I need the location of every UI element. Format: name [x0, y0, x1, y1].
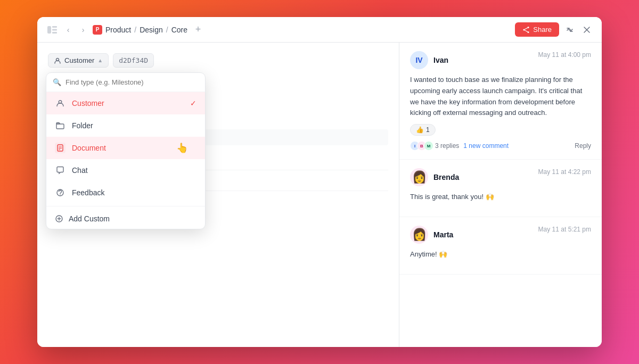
reply-button-ivan[interactable]: Reply — [575, 142, 591, 150]
check-icon: ✓ — [190, 99, 196, 107]
svg-point-4 — [528, 27, 529, 28]
type-chevron-icon: ▲ — [97, 57, 103, 63]
sidebar-toggle-button[interactable] — [46, 23, 59, 36]
comment-ivan: IV Ivan May 11 at 4:00 pm I wanted to to… — [399, 43, 602, 160]
reaction-count: 1 — [426, 126, 430, 134]
reaction-emoji: 👍 — [416, 126, 424, 134]
comment-author-marta: Marta — [433, 230, 453, 239]
dropdown-search-row: 🔍 — [46, 73, 205, 92]
main-content: Customer ▲ d2Df34D Early Access Launch M… — [37, 43, 602, 347]
add-custom-button[interactable]: Add Custom — [46, 209, 205, 229]
comment-text-marta: Anytime! 🙌 — [410, 249, 591, 260]
type-selector-row: Customer ▲ d2Df34D — [48, 53, 388, 68]
feedback-icon — [55, 187, 65, 198]
svg-point-5 — [523, 29, 525, 30]
avatar-marta: 👩 — [410, 226, 428, 244]
comment-header-marta: 👩 Marta May 11 at 5:21 pm — [410, 226, 591, 244]
share-button[interactable]: Share — [515, 22, 559, 37]
comment-footer-ivan: I B M 3 replies 1 new comment Reply — [410, 141, 591, 151]
app-logo: P — [93, 25, 102, 35]
svg-rect-1 — [52, 26, 57, 28]
add-tab-button[interactable]: + — [192, 23, 204, 36]
comment-header-brenda: 👩 Brenda May 11 at 4:22 pm — [410, 168, 591, 186]
dropdown-item-customer[interactable]: Customer ✓ — [46, 92, 205, 114]
comment-marta: 👩 Marta May 11 at 5:21 pm Anytime! 🙌 — [399, 217, 602, 275]
dropdown-label-folder: Folder — [72, 121, 93, 130]
avatar-brenda: 👩 — [410, 168, 428, 186]
folder-icon — [55, 120, 65, 131]
svg-rect-0 — [47, 26, 51, 34]
titlebar-left: ‹ › P Product / Design / Core + — [46, 23, 204, 36]
titlebar: ‹ › P Product / Design / Core + — [37, 17, 602, 43]
comment-time-ivan: May 11 at 4:00 pm — [538, 51, 591, 59]
comment-author-brenda: Brenda — [433, 173, 459, 181]
reply-avatars: I B M — [410, 141, 431, 151]
app-window: ‹ › P Product / Design / Core + — [37, 17, 602, 347]
svg-point-19 — [60, 194, 60, 195]
comment-brenda: 👩 Brenda May 11 at 4:22 pm This is great… — [399, 160, 602, 217]
breadcrumb: P Product / Design / Core — [93, 25, 187, 35]
reaction-ivan[interactable]: 👍 1 — [410, 124, 436, 136]
back-button[interactable]: ‹ — [63, 24, 73, 35]
maximize-button[interactable] — [563, 23, 576, 36]
breadcrumb-product[interactable]: Product — [105, 26, 131, 34]
svg-line-7 — [525, 28, 528, 29]
dropdown-item-chat[interactable]: Chat — [46, 159, 205, 181]
comment-time-brenda: May 11 at 4:22 pm — [538, 168, 591, 176]
breadcrumb-core[interactable]: Core — [171, 26, 187, 34]
type-label: Customer — [64, 56, 94, 64]
dropdown-item-document[interactable]: Document 👆 — [46, 137, 205, 159]
close-button[interactable] — [580, 23, 593, 36]
forward-button[interactable]: › — [78, 24, 88, 35]
type-selector-button[interactable]: Customer ▲ — [48, 53, 109, 68]
divider — [46, 206, 205, 206]
right-panel: IV Ivan May 11 at 4:00 pm I wanted to to… — [399, 43, 602, 347]
dropdown-label-customer: Customer — [72, 99, 104, 107]
document-icon — [55, 143, 65, 153]
share-label: Share — [533, 26, 552, 34]
type-dropdown: 🔍 Customer ✓ — [46, 72, 206, 229]
customer-icon — [55, 98, 65, 109]
comment-meta-ivan: Ivan — [433, 56, 448, 64]
svg-line-8 — [525, 30, 528, 31]
breadcrumb-sep-1: / — [134, 26, 136, 34]
comment-text-ivan: I wanted to touch base as we finalize pl… — [410, 75, 591, 119]
dropdown-item-folder[interactable]: Folder — [46, 114, 205, 137]
comment-meta-brenda: Brenda — [433, 173, 459, 181]
left-panel: Customer ▲ d2Df34D Early Access Launch M… — [37, 43, 399, 347]
comment-meta-marta: Marta — [433, 230, 453, 239]
breadcrumb-design[interactable]: Design — [140, 26, 163, 34]
comment-time-marta: May 11 at 5:21 pm — [538, 226, 591, 233]
svg-rect-2 — [52, 29, 57, 30]
breadcrumb-sep-2: / — [166, 26, 168, 34]
svg-rect-3 — [52, 32, 57, 34]
add-custom-label: Add Custom — [69, 214, 110, 223]
comment-author-ivan: Ivan — [433, 56, 448, 64]
cursor-icon: 👆 — [176, 142, 188, 154]
dropdown-item-feedback[interactable]: Feedback — [46, 181, 205, 204]
id-badge: d2Df34D — [113, 53, 154, 68]
reply-count: 3 replies — [435, 142, 459, 150]
chat-icon — [55, 165, 65, 176]
search-icon: 🔍 — [53, 78, 61, 86]
dropdown-label-document: Document — [72, 144, 106, 152]
new-comment-badge[interactable]: 1 new comment — [463, 142, 509, 150]
svg-point-6 — [528, 31, 529, 33]
comment-text-brenda: This is great, thank you! 🙌 — [410, 192, 591, 203]
comment-header-ivan: IV Ivan May 11 at 4:00 pm — [410, 51, 591, 69]
dropdown-label-feedback: Feedback — [72, 188, 104, 197]
dropdown-search-input[interactable] — [65, 78, 199, 86]
reply-avatar-3: M — [424, 141, 433, 151]
avatar-ivan: IV — [410, 51, 428, 69]
dropdown-label-chat: Chat — [72, 166, 88, 175]
svg-rect-13 — [56, 124, 64, 129]
titlebar-right: Share — [515, 22, 593, 37]
